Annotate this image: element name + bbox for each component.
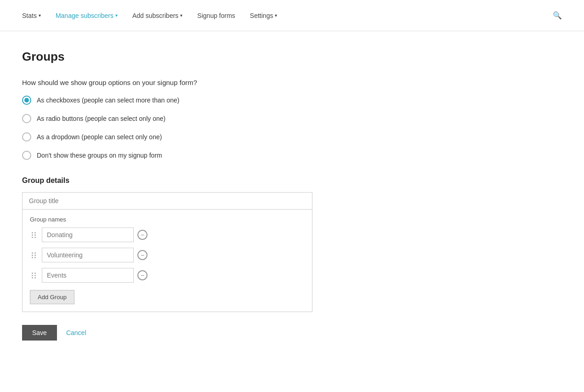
nav-stats-label: Stats bbox=[22, 12, 37, 19]
option-radio-buttons-label: As radio buttons (people can select only… bbox=[37, 115, 165, 122]
group-name-input-3[interactable] bbox=[42, 268, 134, 283]
option-dont-show-label: Don't show these groups on my signup for… bbox=[37, 152, 162, 159]
drag-dot bbox=[34, 232, 36, 233]
drag-dot bbox=[34, 255, 36, 256]
option-checkboxes[interactable]: As checkboxes (people can select more th… bbox=[22, 96, 327, 105]
radio-dropdown[interactable] bbox=[22, 132, 31, 142]
group-name-row-1 bbox=[30, 227, 305, 242]
drag-dot bbox=[32, 275, 33, 276]
remove-group-name-2[interactable] bbox=[137, 250, 147, 260]
drag-dots-2 bbox=[32, 252, 36, 258]
drag-dot bbox=[32, 234, 33, 236]
footer-actions: Save Cancel bbox=[22, 325, 327, 341]
drag-handle-3[interactable] bbox=[30, 271, 38, 280]
group-display-question: How should we show group options on your… bbox=[22, 79, 327, 86]
remove-group-name-3[interactable] bbox=[137, 270, 147, 280]
drag-dot bbox=[34, 277, 36, 278]
save-button[interactable]: Save bbox=[22, 325, 57, 341]
option-radio-buttons[interactable]: As radio buttons (people can select only… bbox=[22, 114, 327, 123]
group-container: Group names bbox=[22, 192, 312, 312]
radio-checkboxes[interactable] bbox=[22, 96, 31, 105]
drag-dot bbox=[32, 255, 33, 256]
drag-dot bbox=[34, 234, 36, 236]
drag-dots-1 bbox=[32, 232, 36, 238]
nav-signup-label: Signup forms bbox=[197, 12, 235, 19]
option-dropdown-label: As a dropdown (people can select only on… bbox=[37, 133, 162, 141]
group-name-input-1[interactable] bbox=[42, 227, 134, 242]
group-names-section: Group names bbox=[23, 210, 312, 312]
settings-chevron-icon: ▾ bbox=[275, 13, 277, 18]
nav-item-manage-subscribers[interactable]: Manage subscribers ▾ bbox=[56, 10, 118, 21]
stats-chevron-icon: ▾ bbox=[39, 13, 41, 18]
drag-dot bbox=[32, 252, 33, 254]
page-title: Groups bbox=[22, 50, 327, 64]
search-icon[interactable]: 🔍 bbox=[553, 11, 562, 20]
group-name-row-2 bbox=[30, 248, 305, 262]
option-checkboxes-label: As checkboxes (people can select more th… bbox=[37, 97, 180, 104]
add-chevron-icon: ▾ bbox=[180, 13, 182, 18]
option-dropdown[interactable]: As a dropdown (people can select only on… bbox=[22, 132, 327, 142]
drag-dot bbox=[32, 237, 33, 238]
drag-dot bbox=[34, 275, 36, 276]
add-group-button[interactable]: Add Group bbox=[30, 290, 74, 304]
main-content: Groups How should we show group options … bbox=[0, 31, 349, 359]
nav-settings-label: Settings bbox=[250, 12, 273, 19]
drag-dot bbox=[32, 277, 33, 278]
main-nav: Stats ▾ Manage subscribers ▾ Add subscri… bbox=[0, 0, 584, 31]
drag-dot bbox=[34, 273, 36, 274]
drag-dot bbox=[34, 257, 36, 258]
nav-item-stats[interactable]: Stats ▾ bbox=[22, 10, 41, 21]
display-options-group: As checkboxes (people can select more th… bbox=[22, 96, 327, 160]
drag-handle-2[interactable] bbox=[30, 250, 38, 260]
option-dont-show[interactable]: Don't show these groups on my signup for… bbox=[22, 151, 327, 160]
drag-dots-3 bbox=[32, 273, 36, 278]
nav-add-label: Add subscribers bbox=[132, 12, 178, 19]
nav-item-add-subscribers[interactable]: Add subscribers ▾ bbox=[132, 10, 182, 21]
drag-dot bbox=[32, 257, 33, 258]
drag-dot bbox=[32, 232, 33, 233]
nav-manage-label: Manage subscribers bbox=[56, 12, 113, 19]
radio-radio-buttons[interactable] bbox=[22, 114, 31, 123]
nav-item-settings[interactable]: Settings ▾ bbox=[250, 10, 278, 21]
group-title-input[interactable] bbox=[23, 193, 312, 210]
group-name-row-3 bbox=[30, 268, 305, 283]
radio-dont-show[interactable] bbox=[22, 151, 31, 160]
group-name-input-2[interactable] bbox=[42, 248, 134, 262]
drag-dot bbox=[34, 237, 36, 238]
cancel-link[interactable]: Cancel bbox=[66, 329, 86, 336]
manage-chevron-icon: ▾ bbox=[115, 13, 118, 18]
group-names-label: Group names bbox=[30, 216, 305, 223]
drag-dot bbox=[32, 273, 33, 274]
remove-group-name-1[interactable] bbox=[137, 230, 147, 240]
nav-item-signup-forms[interactable]: Signup forms bbox=[197, 10, 235, 21]
drag-handle-1[interactable] bbox=[30, 230, 38, 240]
group-details-title: Group details bbox=[22, 176, 327, 185]
drag-dot bbox=[34, 252, 36, 254]
